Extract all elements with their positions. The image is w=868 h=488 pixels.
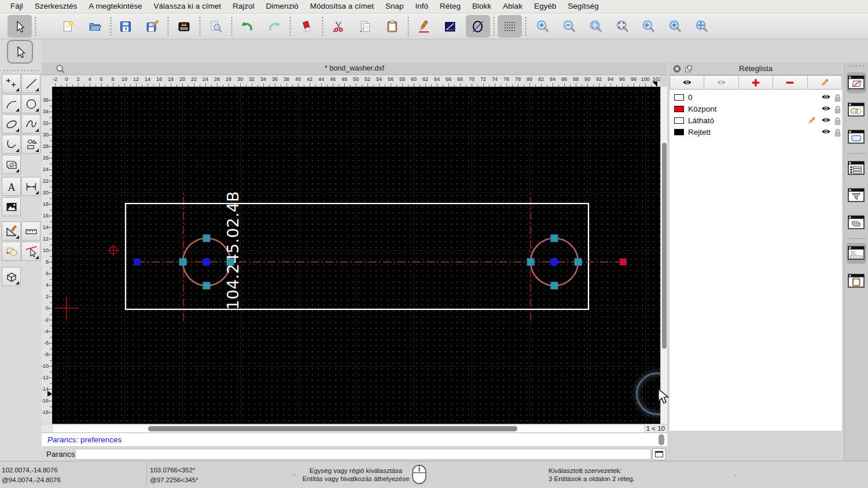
ruler-number: 28	[43, 143, 49, 149]
draw-point-button[interactable]	[2, 74, 21, 93]
layer-color-swatch[interactable]	[674, 129, 684, 135]
edit-entity-button[interactable]	[412, 15, 436, 38]
layer-lock-icon[interactable]	[834, 128, 841, 137]
draw-arc-button[interactable]	[2, 94, 21, 113]
export-svg-button[interactable]: SVG	[172, 15, 196, 38]
layer-row-0[interactable]: 0	[670, 92, 842, 103]
menu-modositsa-a-cimet[interactable]: Módosítsa a címet	[304, 0, 380, 13]
draw-hatch-button[interactable]	[2, 155, 21, 174]
menu-fajl[interactable]: Fájl	[5, 0, 29, 13]
zoom-in-button[interactable]	[531, 15, 555, 38]
layer-visibility-eye-icon[interactable]	[821, 128, 831, 135]
show-all-layers-button[interactable]	[670, 75, 704, 90]
layer-row-rejtett[interactable]: Rejtett	[670, 127, 842, 138]
cut-button[interactable]: +	[326, 15, 351, 38]
redo-button[interactable]	[262, 15, 286, 38]
remove-layer-button[interactable]	[773, 75, 807, 90]
menu-ablak[interactable]: Ablak	[497, 0, 528, 13]
delete-button[interactable]	[295, 15, 319, 38]
draw-polyline-button[interactable]	[2, 135, 21, 154]
save-as-button[interactable]	[140, 15, 164, 38]
command-input[interactable]	[75, 449, 651, 460]
open-drawing-button[interactable]	[83, 15, 107, 38]
modify-tools-button[interactable]	[2, 221, 21, 241]
menu-a-megtekintese[interactable]: A megtekintése	[83, 0, 148, 13]
select-tools-button[interactable]	[21, 242, 41, 261]
dock-drag-handle[interactable]	[848, 65, 865, 67]
menu-valassza-ki-a-cimet[interactable]: Válassza ki a címet	[148, 0, 227, 13]
draw-line-button[interactable]	[21, 74, 41, 93]
menu-rajzol[interactable]: Rajzol	[227, 0, 260, 13]
zoom-auto-button[interactable]	[584, 15, 608, 38]
layer-lock-icon[interactable]	[834, 105, 841, 114]
layer-lock-icon[interactable]	[834, 94, 841, 102]
draw-polygon-button[interactable]	[21, 135, 41, 154]
current-tool-pointer-button[interactable]	[7, 40, 33, 64]
menu-szerkesztes[interactable]: Szerkesztés	[29, 0, 83, 13]
vertical-scrollbar-thumb[interactable]	[662, 143, 667, 349]
tools-3d-button[interactable]	[2, 267, 21, 286]
absolute-coordinates: 102.0074,-14.8076	[2, 467, 58, 474]
panel-command-line-button[interactable]	[847, 243, 866, 264]
draw-text-button[interactable]: A	[2, 177, 21, 196]
menu-segitseg[interactable]: Segítség	[562, 0, 604, 13]
copy-button[interactable]: +	[354, 15, 378, 38]
draw-dimension-button[interactable]	[21, 177, 41, 196]
menu-dimenzio[interactable]: Dimenzió	[260, 0, 304, 13]
measure-tools-button[interactable]	[21, 221, 41, 241]
insert-image-button[interactable]	[2, 197, 21, 216]
draw-spline-button[interactable]	[21, 114, 41, 134]
new-drawing-button[interactable]	[56, 15, 80, 38]
panel-entity-list-button[interactable]	[847, 158, 866, 179]
layer-visibility-eye-icon[interactable]	[821, 94, 831, 100]
layer-lock-icon[interactable]	[834, 117, 841, 125]
layer-visibility-eye-icon[interactable]	[821, 117, 831, 123]
print-preview-button[interactable]	[204, 15, 228, 38]
palette-drag-handle[interactable]	[2, 69, 39, 72]
layer-row-lathato[interactable]: Látható	[670, 115, 842, 127]
layer-color-swatch[interactable]	[674, 117, 684, 124]
zoom-pan-button[interactable]	[690, 15, 714, 38]
save-button[interactable]	[113, 15, 138, 38]
command-dock-button[interactable]	[652, 448, 666, 460]
menu-blokk[interactable]: Blokk	[466, 0, 497, 13]
draw-ellipse-button[interactable]	[2, 114, 21, 134]
hide-all-layers-button[interactable]	[704, 75, 738, 90]
line-attributes-button[interactable]	[438, 15, 462, 38]
draw-circle-button[interactable]	[21, 94, 41, 113]
canvas-vertical-scrollbar[interactable]	[660, 87, 667, 424]
block-tools-button[interactable]	[2, 242, 21, 261]
add-layer-button[interactable]	[739, 75, 773, 90]
panel-block-list-button[interactable]	[847, 99, 866, 120]
horizontal-scrollbar-thumb[interactable]	[148, 426, 517, 431]
panel-filter-button[interactable]	[847, 185, 866, 206]
layer-visibility-eye-icon[interactable]	[821, 105, 831, 112]
zoom-window-button[interactable]	[663, 15, 687, 38]
zoom-out-button[interactable]	[557, 15, 582, 38]
menu-egyeb[interactable]: Egyéb	[528, 0, 562, 13]
panel-layer-list-button[interactable]	[847, 72, 866, 93]
menu-reteg[interactable]: Réteg	[434, 0, 466, 13]
layer-color-swatch[interactable]	[674, 94, 684, 101]
horizontal-scrollbar-track[interactable]	[52, 424, 645, 433]
toggle-grid-button[interactable]	[498, 15, 522, 38]
panel-clipboard-button[interactable]	[847, 271, 866, 291]
layer-color-swatch[interactable]	[674, 106, 684, 112]
circle-attributes-button[interactable]	[466, 15, 490, 38]
panel-pen-palette-button[interactable]	[847, 212, 866, 233]
command-history-scrollbar-thumb[interactable]	[659, 434, 664, 445]
paste-button[interactable]	[380, 15, 404, 38]
zoom-selection-button[interactable]	[610, 15, 635, 38]
drawing-canvas[interactable]: 104.245.02.4B	[52, 87, 660, 424]
zoom-previous-button[interactable]	[637, 15, 661, 38]
layer-row-kozpont[interactable]: Központ	[670, 103, 842, 115]
menu-info[interactable]: Infó	[410, 0, 435, 13]
undo-button[interactable]	[235, 15, 259, 38]
document-titlebar[interactable]: * bond_washer.dxf	[42, 62, 667, 75]
panel-library-browser-button[interactable]	[847, 127, 866, 147]
canvas-horizontal-scrollbar[interactable]: 1 < 10	[42, 424, 667, 432]
menu-snap[interactable]: Snap	[380, 0, 410, 13]
select-pointer-button[interactable]	[8, 15, 32, 38]
ruler-number: -2	[44, 317, 49, 323]
edit-layer-button[interactable]	[808, 75, 842, 90]
